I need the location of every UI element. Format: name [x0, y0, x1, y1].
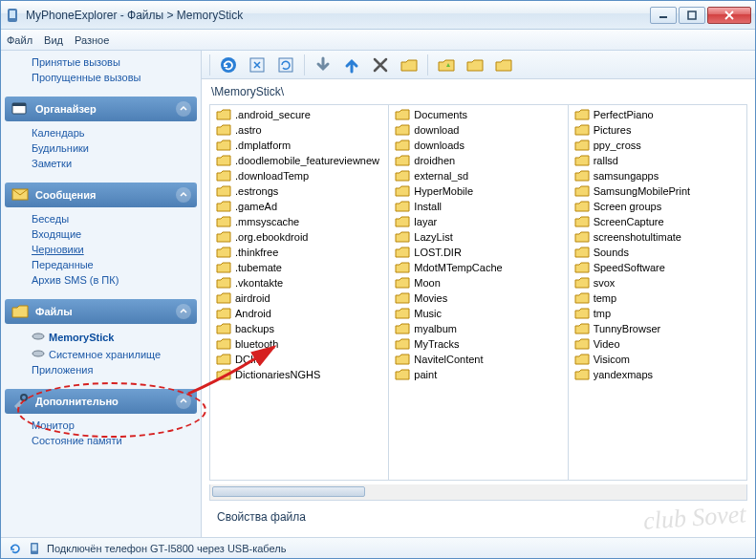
folder-item[interactable]: yandexmaps [569, 367, 746, 382]
folder-item[interactable]: Video [569, 336, 746, 352]
folder-item[interactable]: NavitelContent [389, 352, 567, 367]
folder-item[interactable]: samsungapps [569, 168, 746, 183]
minimize-button[interactable] [650, 7, 677, 24]
folder-item[interactable]: Documents [389, 107, 567, 122]
folder-item[interactable]: TunnyBrowser [569, 321, 746, 336]
sidebar-item-memorystick[interactable]: MemoryStick [32, 328, 189, 345]
folder-item[interactable]: screenshotultimate [569, 229, 746, 245]
folder-item[interactable]: Movies [389, 290, 567, 306]
folder-item[interactable]: .android_secure [210, 107, 388, 122]
folder-item[interactable]: rallsd [569, 153, 746, 168]
folder-item[interactable]: DictionariesNGHS [210, 367, 388, 382]
folder-item[interactable]: .doodlemobile_featureviewnew [210, 153, 388, 168]
folder-settings-button[interactable] [491, 54, 516, 76]
sidebar-item-system-storage[interactable]: Системное хранилище [32, 345, 189, 362]
sync-button[interactable] [245, 54, 270, 76]
section-extra[interactable]: Дополнительно [5, 389, 197, 414]
folder-item[interactable]: bluetooth [210, 336, 388, 352]
refresh-button[interactable] [216, 54, 241, 76]
sidebar-item-calendar[interactable]: Календарь [32, 125, 189, 140]
close-button[interactable] [707, 7, 751, 24]
folder-item[interactable]: layar [389, 214, 567, 229]
folder-action-button[interactable] [463, 54, 487, 76]
svg-rect-3 [688, 11, 696, 19]
folder-item[interactable]: ScreenCapture [569, 214, 746, 229]
folder-item[interactable]: temp [569, 290, 746, 306]
upload-button[interactable] [339, 54, 364, 76]
folder-item[interactable]: .gameAd [210, 199, 388, 214]
folder-item[interactable]: LOST.DIR [389, 245, 567, 260]
folder-item[interactable]: .astro [210, 122, 388, 138]
folder-item[interactable]: svox [569, 275, 746, 290]
folder-item[interactable]: ppy_cross [569, 138, 746, 153]
folder-item[interactable]: tmp [569, 306, 746, 321]
folder-item[interactable]: Screen groups [569, 199, 746, 214]
section-extra-label: Дополнительно [35, 396, 119, 407]
maximize-button[interactable] [679, 7, 705, 24]
download-button[interactable] [311, 54, 335, 76]
folder-item[interactable]: backups [210, 321, 388, 336]
folder-item[interactable]: .vkontakte [210, 275, 388, 290]
svg-point-11 [21, 395, 27, 400]
folder-item[interactable]: Sounds [569, 245, 746, 260]
sidebar-item-inbox[interactable]: Входящие [32, 226, 189, 242]
folder-item[interactable]: .org.ebookdroid [210, 229, 388, 245]
folder-item[interactable]: download [389, 122, 567, 138]
folder-item[interactable]: DCIM [210, 352, 388, 367]
folder-item[interactable]: paint [389, 367, 567, 382]
sync-all-button[interactable] [273, 54, 298, 76]
folder-item[interactable]: downloads [389, 138, 567, 153]
folder-item[interactable]: droidhen [389, 153, 567, 168]
folder-item[interactable]: Android [210, 306, 388, 321]
folder-item[interactable]: LazyList [389, 229, 567, 245]
sidebar-item-sms-archive[interactable]: Архив SMS (в ПК) [32, 272, 189, 288]
sidebar-item-alarms[interactable]: Будильники [32, 140, 189, 156]
folder-item[interactable]: Install [389, 199, 567, 214]
folder-label: DictionariesNGHS [235, 369, 320, 380]
folder-item[interactable]: Music [389, 306, 567, 321]
folder-item[interactable]: SamsungMobilePrint [569, 183, 746, 199]
sidebar-item-received-calls[interactable]: Принятые вызовы [32, 54, 189, 70]
menu-file[interactable]: Файл [7, 34, 32, 46]
folder-item[interactable]: .downloadTemp [210, 168, 388, 183]
horizontal-scrollbar[interactable] [209, 484, 747, 501]
sidebar-item-drafts[interactable]: Черновики [32, 242, 189, 257]
folder-item[interactable]: .dmplatform [210, 138, 388, 153]
folder-item[interactable]: airdroid [210, 290, 388, 306]
folder-item[interactable]: MdotMTempCache [389, 260, 567, 275]
sidebar-item-monitor[interactable]: Монитор [32, 418, 189, 433]
status-refresh-icon[interactable] [9, 542, 22, 555]
folder-item[interactable]: Moon [389, 275, 567, 290]
scrollbar-thumb[interactable] [212, 486, 365, 497]
folder-item[interactable]: SpeedSoftware [569, 260, 746, 275]
section-organizer[interactable]: Органайзер [5, 97, 197, 121]
sidebar-item-applications[interactable]: Приложения [32, 362, 189, 377]
sidebar-item-conversations[interactable]: Беседы [32, 211, 189, 226]
delete-button[interactable] [368, 54, 393, 76]
menu-view[interactable]: Вид [44, 34, 63, 46]
sidebar-item-sent[interactable]: Переданные [32, 257, 189, 272]
section-messages[interactable]: Сообщения [5, 183, 197, 207]
favorite-button[interactable] [434, 54, 459, 76]
folder-item[interactable]: .tubemate [210, 260, 388, 275]
folder-label: Video [594, 338, 620, 350]
new-folder-button[interactable] [397, 54, 421, 76]
folder-item[interactable]: HyperMobile [389, 183, 567, 199]
tools-icon [11, 393, 30, 410]
folder-item[interactable]: Visicom [569, 352, 746, 367]
folder-item[interactable]: .mmsyscache [210, 214, 388, 229]
sidebar-item-notes[interactable]: Заметки [32, 156, 189, 171]
folder-item[interactable]: external_sd [389, 168, 567, 183]
sidebar-item-memory-state[interactable]: Состояние памяти [32, 433, 189, 448]
section-files[interactable]: Файлы [5, 299, 197, 324]
folder-item[interactable]: myalbum [389, 321, 567, 336]
folder-item[interactable]: .estrongs [210, 183, 388, 199]
menu-misc[interactable]: Разное [75, 34, 109, 46]
sidebar-item-missed-calls[interactable]: Пропущенные вызовы [32, 70, 189, 85]
folder-item[interactable]: MyTracks [389, 336, 567, 352]
folder-item[interactable]: .thinkfree [210, 245, 388, 260]
folder-item[interactable]: Pictures [569, 122, 746, 138]
folder-item[interactable]: PerfectPiano [569, 107, 746, 122]
folder-label: .mmsyscache [235, 216, 299, 227]
folder-label: myalbum [414, 323, 457, 334]
